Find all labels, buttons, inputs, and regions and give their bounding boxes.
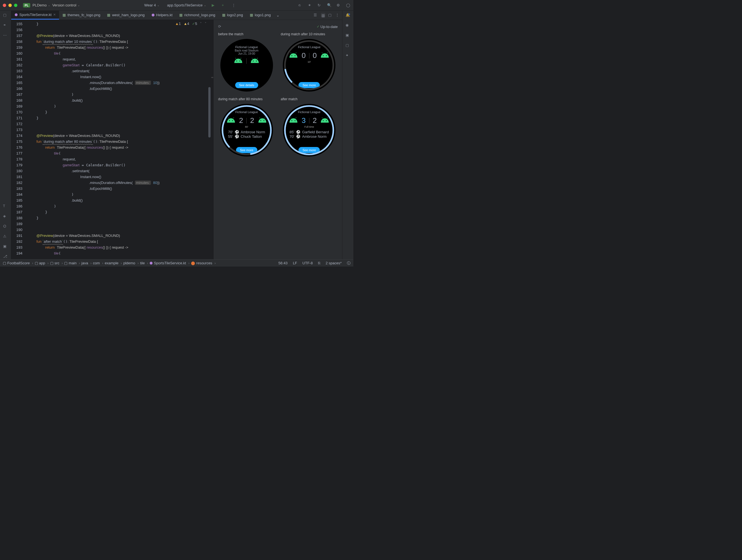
breadcrumb[interactable]: ▢ app [35,261,49,265]
emulator-tool-icon[interactable]: ▢ [346,43,351,48]
svg-point-5 [283,39,335,92]
preview-refresh-icon[interactable]: ⟳ [218,24,223,29]
indent[interactable]: 2 spaces* [326,261,341,265]
device-manager-icon[interactable]: ▣ [346,33,351,38]
vcs-dropdown[interactable]: Version control [52,3,80,7]
close-tab-icon[interactable]: ✕ [53,13,56,16]
watch-preview[interactable]: Fictional LeagueBack road StadiumJun 21,… [220,39,273,92]
encoding[interactable]: UTF-8 [302,261,313,265]
project-badge[interactable]: PL [23,3,30,8]
breadcrumb[interactable]: ⬢ SportsTileService.kt [150,261,189,265]
editor-view-split-icon[interactable]: ▥ [321,13,325,17]
status-bar: ▢ FootballScore ▢ app ▢ src ▢ main java … [0,259,353,266]
profiler-tool-icon[interactable]: ◈ [3,214,8,219]
right-toolbar: 🔔 ◉ ▣ ▢ ✦ [342,11,353,259]
watch-preview-label: after match [281,97,298,101]
breadcrumb[interactable]: example [105,261,122,265]
tab-themes-logo[interactable]: ▦themes_fc_logo.png [59,11,104,19]
tab-sportstile[interactable]: ⬢SportsTileService.kt✕ [11,11,59,19]
watch-button[interactable]: See details [235,82,258,88]
code-editor[interactable]: ▲1 ▲4 ✓5 ˄˅ 1551561571581591601611621631… [11,20,211,259]
more-run-icon[interactable]: ⋮ [232,3,236,8]
preview-status: ✓ Up-to-date [317,24,338,29]
caret-position[interactable]: 56:43 [278,261,287,265]
minimize-window[interactable] [8,4,12,7]
run-config-selector[interactable]: app.SportsTileService [167,3,206,8]
editor-tabs: ⬢SportsTileService.kt✕ ▦themes_fc_logo.p… [11,11,342,20]
debug-icon[interactable]: ⌖ [222,3,226,8]
breadcrumb[interactable]: ▢ FootballScore [3,261,33,265]
tab-richmond-logo[interactable]: ▦richmond_logo.png [176,11,219,19]
tab-westham-logo[interactable]: ▦west_ham_logo.png [104,11,148,19]
inspect-icon[interactable]: ✶ [308,3,313,8]
tab-overflow-icon[interactable]: ⌄ [274,13,282,17]
run-icon[interactable]: ▶ [212,3,216,8]
preview-panel: ⟳ ✓ Up-to-date before the matchFictional… [213,20,342,259]
tab-logo2[interactable]: ▦logo2.png [219,11,247,19]
more-tool-icon[interactable]: ⋯ [3,33,8,38]
sync-icon[interactable]: ↻ [318,3,322,8]
svg-point-17 [283,104,335,156]
window-controls[interactable] [3,4,17,7]
readonly-icon[interactable]: ⎘ [318,261,320,265]
breadcrumb[interactable]: java [82,261,92,265]
watch-preview[interactable]: Fictional League2280'70'⚽Ambrose Norm55'… [220,104,273,156]
breadcrumb[interactable]: ▢ src [50,261,63,265]
left-toolbar: ▢ ⚭ ⋯ T ◈ ⌬ ⚠ ▣ ⎇ [0,11,11,259]
maximize-window[interactable] [14,4,17,7]
svg-point-3 [256,61,257,62]
editor-menu-icon[interactable]: ⋮ [335,13,340,17]
gradle-tool-icon[interactable]: ◉ [346,23,351,28]
logcat-tool-icon[interactable]: ⌬ [3,224,8,229]
title-bar: PL PLDemo Version control Wear 4 app.Spo… [0,0,353,11]
watch-preview-label: before the match [218,32,243,36]
account-icon[interactable]: ◯ [346,3,351,8]
ai-tool-icon[interactable]: ✦ [346,53,351,58]
svg-point-1 [240,61,241,62]
line-gutter: 1551561571581591601611621631641651661671… [11,20,25,259]
editor-view-list-icon[interactable]: ☰ [314,13,318,17]
tab-helpers[interactable]: ⬢Helpers.kt [148,11,176,19]
scrollbar[interactable] [208,87,211,138]
breadcrumb[interactable]: ▢ main [64,261,80,265]
structure-tool-icon[interactable]: ⚭ [3,23,8,28]
split-handle[interactable]: ═ [211,20,213,259]
project-tool-icon[interactable]: ▢ [3,13,8,18]
breadcrumb[interactable]: ⬤ resources [191,261,216,265]
editor-view-preview-icon[interactable]: ▢ [328,13,333,17]
close-window[interactable] [3,4,6,7]
analyze-icon[interactable]: ⎋ [299,3,303,8]
svg-point-2 [253,61,254,62]
terminal-tool-icon[interactable]: ▣ [3,244,8,249]
breadcrumb[interactable]: pldemo [123,261,139,265]
breadcrumb[interactable]: tile [140,261,148,265]
code-body[interactable]: } @Preview(device = WearDevices.SMALL_RO… [25,20,211,259]
line-separator[interactable]: LF [293,261,297,265]
device-selector[interactable]: Wear 4 [144,3,159,8]
git-tool-icon[interactable]: ⎇ [3,254,8,259]
notifications-icon[interactable]: 🔔 [346,13,351,18]
search-icon[interactable]: 🔍 [327,3,331,8]
tab-logo1[interactable]: ▦logo1.png [247,11,274,19]
breadcrumb[interactable]: com [93,261,103,265]
svg-point-11 [220,104,273,156]
project-dropdown[interactable]: PLDemo [33,3,50,7]
inspection-widget[interactable]: ▲1 ▲4 ✓5 ˄˅ [175,21,207,26]
problems-tool-icon[interactable]: ⚠ [3,234,8,239]
watch-preview-label: during match after 10 minutes [281,32,325,36]
build-tool-icon[interactable]: T [3,204,8,209]
status-info-icon[interactable]: ⓘ [347,261,351,266]
watch-preview-label: during match after 80 minutes [218,97,263,101]
watch-preview[interactable]: Fictional League0010'See more [283,39,335,92]
watch-preview[interactable]: Fictional League32Full-time85'⚽Garfield … [283,104,335,156]
svg-point-0 [236,61,237,62]
settings-icon[interactable]: ⚙ [336,3,341,8]
